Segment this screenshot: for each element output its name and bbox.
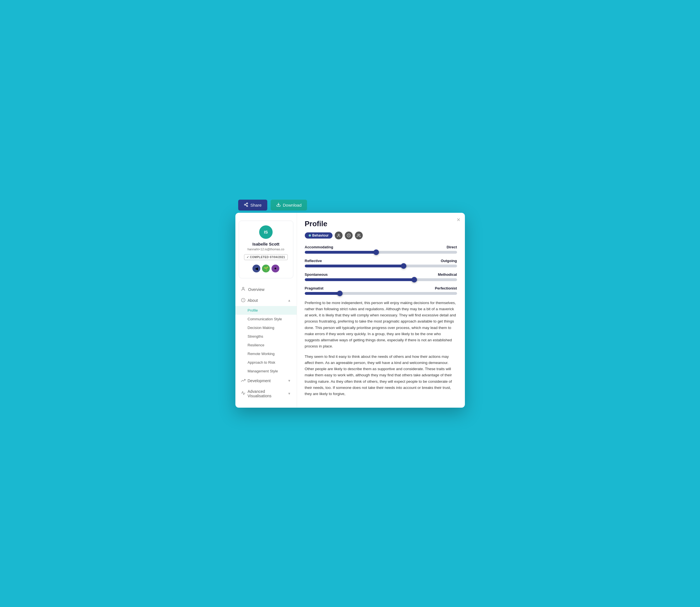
share-label: Share	[251, 203, 262, 207]
slider-right-2: Outgoing	[441, 259, 457, 263]
nav-management-label: Management Style	[248, 369, 278, 373]
slider-left-4: Pragmatist	[305, 286, 323, 290]
completed-badge-text: ✓ COMPLETED 07/04/2021	[247, 256, 285, 259]
slider-track-4[interactable]	[305, 292, 457, 295]
nav-profile-label: Profile	[248, 308, 258, 312]
nav-resilience-label: Resilience	[248, 343, 264, 347]
slider-reflective-outgoing: Reflective Outgoing	[305, 259, 457, 267]
slider-fill-1	[305, 251, 377, 254]
page-title: Profile	[305, 219, 457, 228]
toolbar: Share Download	[235, 200, 465, 211]
svg-point-10	[338, 234, 340, 235]
development-icon	[241, 378, 246, 383]
share-button[interactable]: Share	[238, 200, 267, 211]
nav-communication-label: Communication Style	[248, 317, 282, 321]
nav-communication-style[interactable]: Communication Style	[235, 315, 297, 323]
nav-development-group[interactable]: Development ▼	[235, 375, 297, 386]
description-paragraph-1: Preferring to be more independent, this …	[305, 300, 457, 350]
overview-icon	[241, 287, 246, 292]
nav-risk-label: Approach to Risk	[248, 360, 275, 364]
behaviour-tag-label: Behaviour	[312, 233, 329, 237]
nav-overview[interactable]: Overview	[235, 284, 297, 295]
slider-thumb-4[interactable]	[337, 291, 343, 296]
slider-fill-4	[305, 292, 340, 295]
nav-development-label: Development	[248, 379, 271, 383]
slider-right-4: Perfectionist	[435, 286, 457, 290]
nav-strengths[interactable]: Strengths	[235, 332, 297, 341]
nav-decision-making[interactable]: Decision Making	[235, 323, 297, 332]
user-icon-3: ✦	[272, 265, 279, 272]
svg-line-3	[245, 205, 247, 206]
user-icons: ◀ 🌱 ✦	[242, 265, 290, 272]
profile-description: Preferring to be more independent, this …	[305, 300, 457, 397]
nav-overview-label: Overview	[248, 287, 264, 292]
user-card: IS Isabelle Scott hannaht+12.is@thomas.c…	[239, 221, 293, 278]
advanced-chevron-icon: ▼	[288, 392, 291, 396]
nav-resilience[interactable]: Resilience	[235, 341, 297, 350]
development-chevron-icon: ▼	[288, 379, 291, 383]
behaviour-dot	[309, 234, 311, 236]
avatar: IS	[259, 225, 273, 239]
modal: × IS Isabelle Scott hannaht+12.is@thomas…	[235, 213, 465, 407]
slider-thumb-2[interactable]	[401, 263, 406, 269]
user-icon-1: ◀	[252, 265, 260, 272]
slider-fill-2	[305, 265, 404, 267]
about-chevron-up-icon: ▲	[288, 298, 291, 302]
nav-management-style[interactable]: Management Style	[235, 367, 297, 375]
tag-icon-2[interactable]	[345, 232, 353, 239]
slider-left-2: Reflective	[305, 259, 322, 263]
slider-pragmatist-perfectionist: Pragmatist Perfectionist	[305, 286, 457, 295]
advanced-icon	[241, 391, 246, 396]
nav-decision-label: Decision Making	[248, 326, 274, 330]
nav-advanced-group[interactable]: Advanced Visualisations ▼	[235, 386, 297, 401]
user-email: hannaht+12.is@thomas.co	[242, 248, 290, 251]
slider-track-1[interactable]	[305, 251, 457, 254]
slider-labels-4: Pragmatist Perfectionist	[305, 286, 457, 290]
completed-badge: ✓ COMPLETED 07/04/2021	[244, 254, 288, 260]
about-icon	[241, 298, 246, 303]
svg-point-6	[242, 287, 244, 289]
slider-spontaneous-methodical: Spontaneous Methodical	[305, 272, 457, 281]
slider-thumb-1[interactable]	[374, 249, 379, 255]
download-label: Download	[283, 203, 302, 207]
share-icon	[244, 203, 248, 208]
slider-labels-1: Accommodating Direct	[305, 245, 457, 249]
download-button[interactable]: Download	[271, 200, 307, 211]
nav-remote-working[interactable]: Remote Working	[235, 350, 297, 358]
tag-icon-1[interactable]	[335, 232, 343, 239]
slider-labels-3: Spontaneous Methodical	[305, 272, 457, 277]
download-icon	[276, 203, 281, 208]
slider-accommodating-direct: Accommodating Direct	[305, 245, 457, 254]
nav-profile[interactable]: Profile	[235, 306, 297, 315]
slider-right-1: Direct	[447, 245, 457, 249]
svg-point-12	[358, 234, 359, 235]
nav-approach-risk[interactable]: Approach to Risk	[235, 358, 297, 367]
tag-row: Behaviour	[305, 232, 457, 239]
description-paragraph-2: They seem to find it easy to think about…	[305, 354, 457, 397]
nav-about-label: About	[248, 298, 258, 303]
slider-track-3[interactable]	[305, 278, 457, 281]
sidebar: IS Isabelle Scott hannaht+12.is@thomas.c…	[235, 213, 297, 407]
nav-remote-label: Remote Working	[248, 352, 275, 356]
slider-thumb-3[interactable]	[411, 277, 417, 282]
slider-fill-3	[305, 278, 415, 281]
nav-section: Overview About ▲ Profile Communication S…	[235, 283, 297, 402]
slider-left-3: Spontaneous	[305, 272, 328, 277]
slider-track-2[interactable]	[305, 265, 457, 267]
nav-strengths-label: Strengths	[248, 334, 263, 338]
behaviour-tag[interactable]: Behaviour	[305, 232, 333, 238]
user-name: Isabelle Scott	[242, 242, 290, 246]
close-button[interactable]: ×	[457, 217, 461, 223]
slider-left-1: Accommodating	[305, 245, 333, 249]
slider-labels-2: Reflective Outgoing	[305, 259, 457, 263]
avatar-initials: IS	[264, 230, 268, 234]
user-icon-2: 🌱	[262, 265, 270, 272]
nav-about-group[interactable]: About ▲	[235, 295, 297, 306]
tag-icon-3[interactable]	[355, 232, 363, 239]
main-content: Profile Behaviour	[297, 213, 465, 407]
svg-line-4	[245, 204, 247, 204]
modal-wrapper: Share Download × IS Isabelle Scott hanna…	[235, 200, 465, 407]
slider-right-3: Methodical	[438, 272, 457, 277]
nav-advanced-label: Advanced Visualisations	[248, 389, 285, 398]
